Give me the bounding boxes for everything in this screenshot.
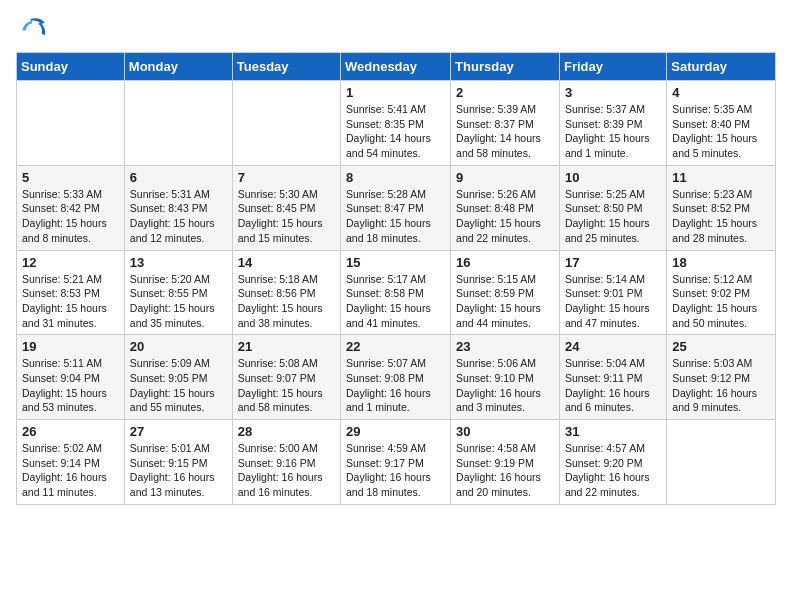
day-info: Sunrise: 4:59 AM Sunset: 9:17 PM Dayligh… [346,441,445,500]
calendar-cell: 13Sunrise: 5:20 AM Sunset: 8:55 PM Dayli… [124,250,232,335]
calendar-cell: 18Sunrise: 5:12 AM Sunset: 9:02 PM Dayli… [667,250,776,335]
calendar-cell: 2Sunrise: 5:39 AM Sunset: 8:37 PM Daylig… [451,81,560,166]
day-number: 11 [672,170,770,185]
calendar-week-row: 5Sunrise: 5:33 AM Sunset: 8:42 PM Daylig… [17,165,776,250]
day-info: Sunrise: 5:14 AM Sunset: 9:01 PM Dayligh… [565,272,661,331]
day-info: Sunrise: 5:25 AM Sunset: 8:50 PM Dayligh… [565,187,661,246]
calendar-cell: 20Sunrise: 5:09 AM Sunset: 9:05 PM Dayli… [124,335,232,420]
day-number: 19 [22,339,119,354]
calendar-cell [232,81,340,166]
calendar-cell: 4Sunrise: 5:35 AM Sunset: 8:40 PM Daylig… [667,81,776,166]
day-info: Sunrise: 5:33 AM Sunset: 8:42 PM Dayligh… [22,187,119,246]
day-number: 18 [672,255,770,270]
calendar-cell: 10Sunrise: 5:25 AM Sunset: 8:50 PM Dayli… [559,165,666,250]
day-number: 2 [456,85,554,100]
day-number: 28 [238,424,335,439]
weekday-header: Tuesday [232,53,340,81]
day-number: 7 [238,170,335,185]
calendar-cell: 24Sunrise: 5:04 AM Sunset: 9:11 PM Dayli… [559,335,666,420]
day-info: Sunrise: 5:09 AM Sunset: 9:05 PM Dayligh… [130,356,227,415]
calendar-week-row: 26Sunrise: 5:02 AM Sunset: 9:14 PM Dayli… [17,420,776,505]
day-info: Sunrise: 5:20 AM Sunset: 8:55 PM Dayligh… [130,272,227,331]
calendar-cell: 11Sunrise: 5:23 AM Sunset: 8:52 PM Dayli… [667,165,776,250]
calendar-cell: 3Sunrise: 5:37 AM Sunset: 8:39 PM Daylig… [559,81,666,166]
calendar-cell: 23Sunrise: 5:06 AM Sunset: 9:10 PM Dayli… [451,335,560,420]
day-number: 21 [238,339,335,354]
calendar-cell: 27Sunrise: 5:01 AM Sunset: 9:15 PM Dayli… [124,420,232,505]
day-number: 3 [565,85,661,100]
day-info: Sunrise: 4:57 AM Sunset: 9:20 PM Dayligh… [565,441,661,500]
weekday-header: Sunday [17,53,125,81]
day-info: Sunrise: 5:21 AM Sunset: 8:53 PM Dayligh… [22,272,119,331]
calendar-cell: 22Sunrise: 5:07 AM Sunset: 9:08 PM Dayli… [341,335,451,420]
logo-icon [16,16,48,44]
day-number: 23 [456,339,554,354]
calendar-cell: 16Sunrise: 5:15 AM Sunset: 8:59 PM Dayli… [451,250,560,335]
calendar-week-row: 19Sunrise: 5:11 AM Sunset: 9:04 PM Dayli… [17,335,776,420]
day-info: Sunrise: 5:12 AM Sunset: 9:02 PM Dayligh… [672,272,770,331]
calendar-cell: 1Sunrise: 5:41 AM Sunset: 8:35 PM Daylig… [341,81,451,166]
calendar-cell [17,81,125,166]
day-number: 30 [456,424,554,439]
calendar-cell: 7Sunrise: 5:30 AM Sunset: 8:45 PM Daylig… [232,165,340,250]
calendar-cell: 9Sunrise: 5:26 AM Sunset: 8:48 PM Daylig… [451,165,560,250]
day-number: 9 [456,170,554,185]
day-number: 13 [130,255,227,270]
page-header [16,16,776,44]
day-number: 24 [565,339,661,354]
calendar-cell [667,420,776,505]
calendar-cell: 25Sunrise: 5:03 AM Sunset: 9:12 PM Dayli… [667,335,776,420]
calendar-cell: 5Sunrise: 5:33 AM Sunset: 8:42 PM Daylig… [17,165,125,250]
calendar-cell: 17Sunrise: 5:14 AM Sunset: 9:01 PM Dayli… [559,250,666,335]
calendar-cell: 29Sunrise: 4:59 AM Sunset: 9:17 PM Dayli… [341,420,451,505]
calendar-cell: 30Sunrise: 4:58 AM Sunset: 9:19 PM Dayli… [451,420,560,505]
day-info: Sunrise: 5:07 AM Sunset: 9:08 PM Dayligh… [346,356,445,415]
weekday-header: Wednesday [341,53,451,81]
day-info: Sunrise: 5:23 AM Sunset: 8:52 PM Dayligh… [672,187,770,246]
day-number: 26 [22,424,119,439]
calendar-table: SundayMondayTuesdayWednesdayThursdayFrid… [16,52,776,505]
calendar-cell: 6Sunrise: 5:31 AM Sunset: 8:43 PM Daylig… [124,165,232,250]
day-info: Sunrise: 5:02 AM Sunset: 9:14 PM Dayligh… [22,441,119,500]
day-number: 1 [346,85,445,100]
day-number: 8 [346,170,445,185]
day-info: Sunrise: 5:04 AM Sunset: 9:11 PM Dayligh… [565,356,661,415]
day-info: Sunrise: 5:15 AM Sunset: 8:59 PM Dayligh… [456,272,554,331]
day-info: Sunrise: 5:18 AM Sunset: 8:56 PM Dayligh… [238,272,335,331]
day-number: 4 [672,85,770,100]
day-info: Sunrise: 5:31 AM Sunset: 8:43 PM Dayligh… [130,187,227,246]
day-info: Sunrise: 5:35 AM Sunset: 8:40 PM Dayligh… [672,102,770,161]
day-info: Sunrise: 4:58 AM Sunset: 9:19 PM Dayligh… [456,441,554,500]
calendar-week-row: 1Sunrise: 5:41 AM Sunset: 8:35 PM Daylig… [17,81,776,166]
calendar-cell: 14Sunrise: 5:18 AM Sunset: 8:56 PM Dayli… [232,250,340,335]
day-info: Sunrise: 5:17 AM Sunset: 8:58 PM Dayligh… [346,272,445,331]
day-info: Sunrise: 5:41 AM Sunset: 8:35 PM Dayligh… [346,102,445,161]
logo [16,16,52,44]
calendar-cell: 31Sunrise: 4:57 AM Sunset: 9:20 PM Dayli… [559,420,666,505]
day-number: 10 [565,170,661,185]
day-info: Sunrise: 5:01 AM Sunset: 9:15 PM Dayligh… [130,441,227,500]
calendar-cell: 21Sunrise: 5:08 AM Sunset: 9:07 PM Dayli… [232,335,340,420]
calendar-cell: 28Sunrise: 5:00 AM Sunset: 9:16 PM Dayli… [232,420,340,505]
day-info: Sunrise: 5:30 AM Sunset: 8:45 PM Dayligh… [238,187,335,246]
day-info: Sunrise: 5:08 AM Sunset: 9:07 PM Dayligh… [238,356,335,415]
day-number: 14 [238,255,335,270]
day-number: 29 [346,424,445,439]
day-info: Sunrise: 5:00 AM Sunset: 9:16 PM Dayligh… [238,441,335,500]
day-info: Sunrise: 5:11 AM Sunset: 9:04 PM Dayligh… [22,356,119,415]
day-info: Sunrise: 5:26 AM Sunset: 8:48 PM Dayligh… [456,187,554,246]
day-number: 5 [22,170,119,185]
day-info: Sunrise: 5:37 AM Sunset: 8:39 PM Dayligh… [565,102,661,161]
day-number: 31 [565,424,661,439]
day-number: 25 [672,339,770,354]
day-number: 12 [22,255,119,270]
calendar-cell [124,81,232,166]
calendar-week-row: 12Sunrise: 5:21 AM Sunset: 8:53 PM Dayli… [17,250,776,335]
calendar-header-row: SundayMondayTuesdayWednesdayThursdayFrid… [17,53,776,81]
day-number: 6 [130,170,227,185]
day-number: 17 [565,255,661,270]
day-number: 15 [346,255,445,270]
calendar-cell: 15Sunrise: 5:17 AM Sunset: 8:58 PM Dayli… [341,250,451,335]
weekday-header: Thursday [451,53,560,81]
day-info: Sunrise: 5:03 AM Sunset: 9:12 PM Dayligh… [672,356,770,415]
